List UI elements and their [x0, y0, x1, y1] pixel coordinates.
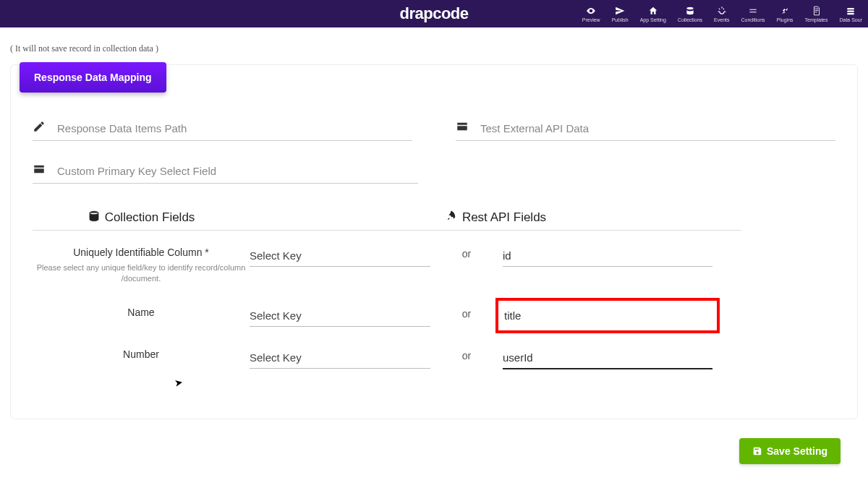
nav-data-source[interactable]: Data Sour: [833, 0, 868, 27]
nav-events[interactable]: Events: [708, 0, 735, 27]
hint-text: ( It will not save record in collection …: [10, 43, 859, 54]
test-api-input[interactable]: [480, 122, 835, 134]
nav-publish[interactable]: Publish: [606, 0, 634, 27]
row-label: Name: [33, 305, 250, 318]
select-key-dropdown[interactable]: Select Key: [250, 305, 430, 327]
or-text: or: [445, 347, 488, 361]
save-icon: [752, 446, 762, 456]
nav-icons: Preview Publish App Setting Collections …: [576, 0, 868, 27]
card-icon: [33, 163, 48, 179]
api-key-input[interactable]: [503, 347, 712, 369]
rocket-icon: [445, 210, 458, 226]
or-text: or: [445, 305, 488, 320]
select-key-dropdown[interactable]: Select Key: [250, 347, 430, 369]
collection-fields-heading: Collection Fields: [33, 210, 250, 231]
response-items-path-input[interactable]: [57, 122, 412, 134]
top-navbar: drapcode Preview Publish App Setting Col…: [0, 0, 868, 27]
mapping-row: Number Select Key or: [33, 347, 835, 369]
mapping-card: Response Data Mapping: [10, 64, 858, 419]
nav-app-setting[interactable]: App Setting: [634, 0, 672, 27]
or-text: or: [445, 245, 488, 260]
response-items-path-field[interactable]: [33, 116, 412, 141]
nav-collections[interactable]: Collections: [672, 0, 708, 27]
rest-api-fields-heading: Rest API Fields: [250, 210, 741, 231]
pencil-icon: [33, 120, 48, 136]
highlighted-input: [495, 298, 720, 333]
row-label: Uniquely Identifiable Column * Please se…: [33, 245, 250, 285]
nav-templates[interactable]: Templates: [799, 0, 834, 27]
api-key-input[interactable]: [503, 245, 712, 267]
mapping-row: Name Select Key or: [33, 305, 835, 327]
card-icon: [456, 120, 472, 136]
primary-key-input[interactable]: [57, 165, 418, 177]
row-label: Number: [33, 347, 250, 360]
mapping-row: Uniquely Identifiable Column * Please se…: [33, 245, 835, 285]
save-setting-button[interactable]: Save Setting: [739, 438, 841, 464]
api-key-input[interactable]: [504, 305, 711, 326]
nav-plugins[interactable]: Plugins: [771, 0, 799, 27]
nav-conditions[interactable]: Conditions: [736, 0, 771, 27]
brand-logo: drapcode: [399, 4, 468, 23]
page-body: ( It will not save record in collection …: [0, 43, 868, 464]
nav-preview[interactable]: Preview: [576, 0, 606, 27]
test-api-field[interactable]: [456, 116, 835, 141]
primary-key-field[interactable]: [33, 158, 418, 184]
select-key-dropdown[interactable]: Select Key: [250, 245, 430, 267]
database-icon: [88, 210, 101, 226]
tab-response-data-mapping[interactable]: Response Data Mapping: [20, 62, 166, 93]
